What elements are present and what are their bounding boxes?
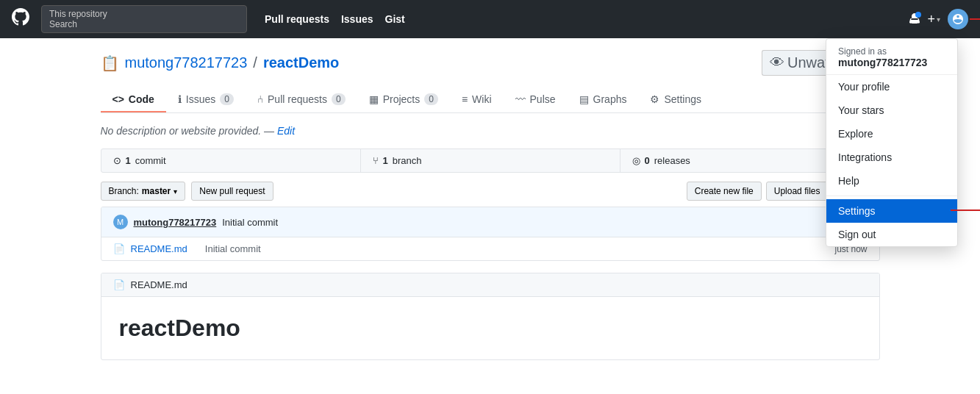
nav-issues[interactable]: Issues xyxy=(341,13,373,25)
repo-book-icon: 📋 xyxy=(101,54,119,72)
releases-icon: ◎ xyxy=(632,155,640,166)
tab-graphs-label: Graphs xyxy=(593,93,627,105)
releases-label: releases xyxy=(654,155,690,166)
tab-code[interactable]: <> Code xyxy=(101,87,166,112)
branches-label: branch xyxy=(393,155,422,166)
create-new-file-button[interactable]: Create new file xyxy=(687,182,762,201)
repo-search-label: This repository Search xyxy=(49,9,111,29)
commits-icon: ⊙ xyxy=(113,155,121,166)
projects-count: 0 xyxy=(424,93,438,105)
dropdown-explore[interactable]: Explore xyxy=(826,122,957,146)
commit-user-link[interactable]: mutong778217723 xyxy=(134,217,217,228)
readme-content: reactDemo xyxy=(101,297,879,359)
controls-row: Branch: master ▾ New pull request Create… xyxy=(101,182,880,201)
dropdown-header: Signed in as mutong778217723 xyxy=(826,39,957,75)
notification-dot xyxy=(915,12,921,18)
tab-wiki-label: Wiki xyxy=(472,93,491,105)
issues-count: 0 xyxy=(220,93,234,105)
tab-issues[interactable]: ℹ Issues 0 xyxy=(166,87,246,112)
signed-in-as-label: Signed in as xyxy=(838,46,945,57)
table-row: 📄 README.md Initial commit just now xyxy=(101,237,879,260)
branches-count: 1 xyxy=(383,155,388,166)
tab-settings-label: Settings xyxy=(664,93,701,105)
repo-separator: / xyxy=(253,54,257,71)
readme-title: reactDemo xyxy=(119,315,862,342)
repo-name-link[interactable]: reactDemo xyxy=(263,54,339,71)
commits-stat[interactable]: ⊙ 1 commit xyxy=(101,149,361,172)
stats-bar: ⊙ 1 commit ⑂ 1 branch ◎ 0 releases xyxy=(101,148,880,173)
repo-tabs: <> Code ℹ Issues 0 ⑃ Pull requests 0 ▦ P… xyxy=(101,87,880,113)
notifications-button[interactable] xyxy=(909,13,920,25)
tab-wiki[interactable]: ≡ Wiki xyxy=(450,87,504,112)
description-edit-link[interactable]: Edit xyxy=(277,125,295,137)
tab-code-label: Code xyxy=(129,93,154,105)
main-content: 📋 mutong778217723 / reactDemo 👁 Unwatch … xyxy=(86,38,895,372)
file-table: M mutong778217723 Initial commit Latest … xyxy=(101,207,880,261)
dropdown-username: mutong778217723 xyxy=(838,57,945,68)
readme-header: 📄 README.md xyxy=(101,273,879,297)
header-actions: + ▾ xyxy=(909,9,968,29)
search-input[interactable] xyxy=(115,14,239,25)
pr-icon: ⑃ xyxy=(257,93,263,105)
code-icon: <> xyxy=(112,93,124,105)
dropdown-sign-out[interactable]: Sign out xyxy=(826,223,957,246)
branch-label: Branch: xyxy=(109,186,139,196)
header: This repository Search Pull requests Iss… xyxy=(0,0,980,38)
graphs-icon: ▤ xyxy=(579,93,589,105)
pr-count: 0 xyxy=(332,93,346,105)
tab-pull-requests[interactable]: ⑃ Pull requests 0 xyxy=(246,87,357,112)
readme-file-icon: 📄 xyxy=(113,279,125,290)
latest-commit-row: M mutong778217723 Initial commit Latest xyxy=(101,207,879,237)
file-name-link[interactable]: README.md xyxy=(131,243,187,254)
readme-section: 📄 README.md reactDemo xyxy=(101,273,880,360)
avatar-area xyxy=(948,9,968,29)
dropdown-your-profile[interactable]: Your profile xyxy=(826,75,957,98)
new-pull-request-button[interactable]: New pull request xyxy=(191,182,273,201)
commit-message: Initial commit xyxy=(222,217,278,228)
github-logo[interactable] xyxy=(12,8,29,30)
releases-count: 0 xyxy=(645,155,650,166)
branches-stat[interactable]: ⑂ 1 branch xyxy=(361,149,620,172)
new-item-button[interactable]: + ▾ xyxy=(927,12,940,27)
dropdown-settings[interactable]: Settings xyxy=(826,199,957,223)
plus-icon: + xyxy=(927,12,935,27)
pulse-icon: 〰 xyxy=(515,93,526,105)
repo-owner-link[interactable]: mutong778217723 xyxy=(125,54,248,71)
issues-icon: ℹ xyxy=(178,93,182,105)
nav-gist[interactable]: Gist xyxy=(385,13,405,25)
tab-pr-label: Pull requests xyxy=(268,93,327,105)
tab-issues-label: Issues xyxy=(186,93,215,105)
file-commit-message: Initial commit xyxy=(205,243,261,254)
dropdown-your-stars[interactable]: Your stars xyxy=(826,98,957,122)
dropdown-integrations[interactable]: Integrations xyxy=(826,146,957,169)
upload-files-button[interactable]: Upload files xyxy=(766,182,829,201)
branch-name: master xyxy=(142,186,171,196)
commits-label: commit xyxy=(135,155,166,166)
eye-icon: 👁 xyxy=(770,54,784,71)
tab-settings[interactable]: ⚙ Settings xyxy=(638,87,713,112)
wiki-icon: ≡ xyxy=(462,93,468,105)
repo-title-row: 📋 mutong778217723 / reactDemo 👁 Unwatch … xyxy=(101,50,880,76)
branch-selector[interactable]: Branch: master ▾ xyxy=(101,182,186,201)
branch-icon: ⑂ xyxy=(373,155,379,166)
tab-projects[interactable]: ▦ Projects 0 xyxy=(357,87,450,112)
header-nav: Pull requests Issues Gist xyxy=(265,13,405,25)
tab-graphs[interactable]: ▤ Graphs xyxy=(568,87,639,112)
tab-pulse[interactable]: 〰 Pulse xyxy=(504,87,568,112)
red-arrow-1 xyxy=(970,15,980,24)
tab-projects-label: Projects xyxy=(383,93,421,105)
tab-pulse-label: Pulse xyxy=(530,93,556,105)
chevron-icon: ▾ xyxy=(174,187,177,196)
dropdown-help[interactable]: Help xyxy=(826,169,957,193)
nav-pull-requests[interactable]: Pull requests xyxy=(265,13,329,25)
commits-count: 1 xyxy=(126,155,131,166)
settings-item-wrapper: Settings xyxy=(826,199,957,223)
readme-filename: README.md xyxy=(131,279,187,290)
description-text: No description or website provided. xyxy=(101,125,262,137)
dropdown-divider xyxy=(826,196,957,196)
repo-description: No description or website provided. — Ed… xyxy=(101,125,880,137)
file-icon: 📄 xyxy=(113,243,125,254)
user-dropdown-menu: Signed in as mutong778217723 Your profil… xyxy=(826,38,958,247)
user-menu-button[interactable] xyxy=(948,9,968,29)
search-box[interactable]: This repository Search xyxy=(41,5,247,33)
